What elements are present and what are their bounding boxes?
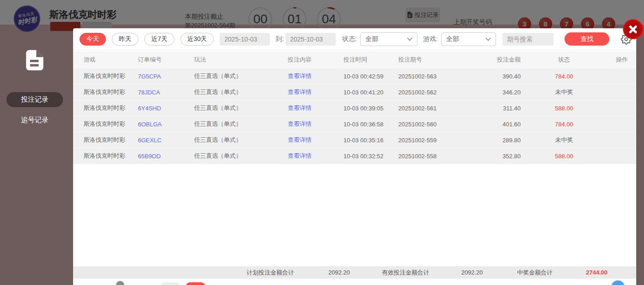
column-header: 操作 <box>607 56 636 64</box>
bet-records-table: 游戏订单编号玩法投注内容投注时间投注期号投注金额状态操作 斯洛伐克时时彩7G5C… <box>73 51 636 164</box>
column-header: 玩法 <box>194 56 288 64</box>
plan-total-label: 计划投注金额合计 <box>247 269 294 277</box>
view-detail-link[interactable]: 查看详情 <box>288 136 343 144</box>
order-number-link[interactable]: 6GEXLC <box>138 137 194 144</box>
bet-issue-cell: 20251002-562 <box>398 89 485 96</box>
view-detail-link[interactable]: 查看详情 <box>288 72 343 80</box>
status-cell: 588.00 <box>521 153 607 160</box>
play-type-cell: 任三直选（单式） <box>194 88 288 96</box>
quick-filter-7days[interactable]: 近7天 <box>144 33 174 46</box>
win-total-label: 中奖金额合计 <box>517 269 553 277</box>
chevron-down-icon <box>486 37 491 41</box>
bet-issue-cell: 20251002-558 <box>398 153 485 160</box>
quick-filter-today[interactable]: 今天 <box>79 33 106 46</box>
close-icon[interactable] <box>623 19 643 39</box>
date-to-input[interactable] <box>285 33 336 46</box>
game-select-value: 全部 <box>446 35 459 43</box>
table-row: 斯洛伐克时时彩78JDCA任三直选（单式）查看详情10-03 00:41:202… <box>73 84 636 100</box>
pagination-go-button[interactable] <box>185 282 206 285</box>
status-cell: 588.00 <box>521 105 607 112</box>
bet-issue-cell: 20251002-561 <box>398 105 485 112</box>
status-select[interactable]: 全部 <box>360 32 417 46</box>
table-row: 斯洛伐克时时彩6GEXLC任三直选（单式）查看详情10-03 00:35:162… <box>73 132 636 148</box>
game-cell: 斯洛伐克时时彩 <box>73 120 138 128</box>
order-number-link[interactable]: 65B9OD <box>138 153 194 160</box>
bet-time-cell: 10-03 00:32:52 <box>343 153 398 160</box>
search-button[interactable]: 查找 <box>565 32 609 46</box>
view-detail-link[interactable]: 查看详情 <box>288 88 343 96</box>
summary-bar: 计划投注金额合计 2092.20 有效投注金额合计 2092.20 中奖金额合计… <box>73 266 636 279</box>
view-detail-link[interactable]: 查看详情 <box>288 152 343 160</box>
game-select[interactable]: 全部 <box>441 32 496 46</box>
column-header: 投注期号 <box>398 56 485 64</box>
bet-issue-cell: 20251002-563 <box>398 73 485 80</box>
status-cell: 784.00 <box>521 121 607 128</box>
date-to-label: 到: <box>275 35 284 43</box>
table-row: 斯洛伐克时时彩7G5CPA任三直选（单式）查看详情10-03 00:42:592… <box>73 68 636 84</box>
column-header: 订单编号 <box>138 56 194 64</box>
bet-time-cell: 10-03 00:41:20 <box>343 89 398 96</box>
bet-issue-cell: 20251002-559 <box>398 137 485 144</box>
play-type-cell: 任三直选（单式） <box>194 72 288 80</box>
table-body: 斯洛伐克时时彩7G5CPA任三直选（单式）查看详情10-03 00:42:592… <box>73 68 636 164</box>
play-type-cell: 任三直选（单式） <box>194 152 288 160</box>
status-label: 状态: <box>342 35 357 43</box>
pagination-page-input[interactable] <box>162 283 179 285</box>
table-header-row: 游戏订单编号玩法投注内容投注时间投注期号投注金额状态操作 <box>73 51 636 68</box>
status-cell: 未中奖 <box>521 136 607 144</box>
play-type-cell: 任三直选（单式） <box>194 136 288 144</box>
bet-time-cell: 10-03 00:36:58 <box>343 121 398 128</box>
issue-search-input[interactable] <box>502 33 554 46</box>
table-row: 斯洛伐克时时彩6Y4SHD任三直选（单式）查看详情10-03 00:39:052… <box>73 100 636 116</box>
game-cell: 斯洛伐克时时彩 <box>73 136 138 144</box>
pagination-refresh-icon[interactable] <box>116 281 124 285</box>
status-cell: 未中奖 <box>521 88 607 96</box>
quick-filter-yesterday[interactable]: 昨天 <box>112 33 138 46</box>
play-type-cell: 任三直选（单式） <box>194 104 288 112</box>
chevron-down-icon <box>407 37 412 41</box>
valid-total-value: 2092.20 <box>429 269 483 276</box>
table-row: 斯洛伐克时时彩6OBLGA任三直选（单式）查看详情10-03 00:36:582… <box>73 116 636 132</box>
game-label: 游戏: <box>423 35 438 43</box>
records-document-icon <box>24 49 46 71</box>
order-number-link[interactable]: 6OBLGA <box>138 121 194 128</box>
bet-amount-cell: 289.80 <box>485 137 521 144</box>
bet-amount-cell: 401.60 <box>485 121 521 128</box>
modal-sidebar: 投注记录追号记录 <box>0 28 73 285</box>
quick-filter-30days[interactable]: 近30天 <box>180 33 214 46</box>
bet-amount-cell: 346.20 <box>485 89 521 96</box>
order-number-link[interactable]: 7G5CPA <box>138 73 194 80</box>
game-cell: 斯洛伐克时时彩 <box>73 152 138 160</box>
bet-issue-cell: 20251002-560 <box>398 121 485 128</box>
bet-amount-cell: 390.40 <box>485 73 521 80</box>
column-header: 游戏 <box>73 56 138 64</box>
date-from-input[interactable] <box>220 33 270 46</box>
filter-bar: 今天昨天近7天近30天 到: 状态: 全部 游戏: 全部 查找 <box>73 28 636 50</box>
plan-total-value: 2092.20 <box>294 269 350 276</box>
table-row: 斯洛伐克时时彩65B9OD任三直选（单式）查看详情10-03 00:32:522… <box>73 148 636 164</box>
game-cell: 斯洛伐克时时彩 <box>73 72 138 80</box>
column-header: 投注内容 <box>288 56 343 64</box>
sidebar-item-bet-records[interactable]: 投注记录 <box>6 92 63 107</box>
bet-amount-cell: 352.80 <box>485 153 521 160</box>
view-detail-link[interactable]: 查看详情 <box>288 104 343 112</box>
game-cell: 斯洛伐克时时彩 <box>73 104 138 112</box>
column-header: 状态 <box>521 56 607 64</box>
play-type-cell: 任三直选（单式） <box>194 120 288 128</box>
support-float-button[interactable] <box>611 280 625 285</box>
column-header: 投注金额 <box>485 56 521 64</box>
status-cell: 784.00 <box>521 73 607 80</box>
sidebar-item-chase-records[interactable]: 追号记录 <box>6 113 63 128</box>
win-total-value: 2744.00 <box>553 269 607 276</box>
bet-amount-cell: 311.40 <box>485 105 521 112</box>
valid-total-label: 有效投注金额合计 <box>382 269 429 277</box>
order-number-link[interactable]: 6Y4SHD <box>138 105 194 112</box>
view-detail-link[interactable]: 查看详情 <box>288 120 343 128</box>
bet-time-cell: 10-03 00:39:05 <box>343 105 398 112</box>
status-select-value: 全部 <box>365 35 378 43</box>
game-cell: 斯洛伐克时时彩 <box>73 88 138 96</box>
bet-time-cell: 10-03 00:35:16 <box>343 137 398 144</box>
bet-records-modal: 今天昨天近7天近30天 到: 状态: 全部 游戏: 全部 查找 游戏订单编号玩法… <box>73 28 636 285</box>
quick-date-filters: 今天昨天近7天近30天 <box>79 33 220 46</box>
order-number-link[interactable]: 78JDCA <box>138 89 194 96</box>
